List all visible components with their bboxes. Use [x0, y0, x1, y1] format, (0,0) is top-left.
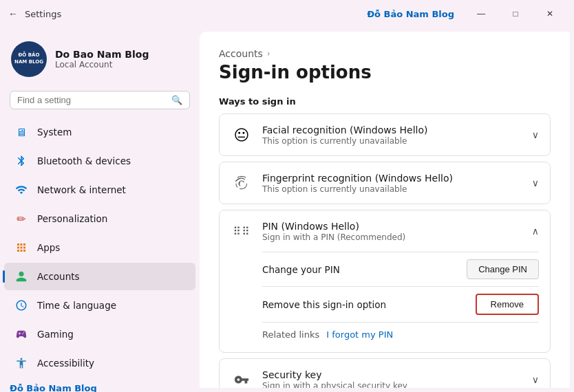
- sidebar-item-accounts[interactable]: Accounts: [4, 263, 195, 290]
- security-key-icon: [231, 369, 253, 388]
- remove-button[interactable]: Remove: [476, 294, 539, 315]
- change-pin-row: Change your PIN Change PIN: [262, 252, 539, 286]
- sidebar-item-label: Time & language: [37, 300, 116, 311]
- remove-option-label: Remove this sign-in option: [262, 299, 386, 310]
- close-button[interactable]: ✕: [534, 3, 566, 25]
- pin-header[interactable]: ⠿⠿ PIN (Windows Hello) Sign in with a PI…: [220, 210, 550, 252]
- search-box[interactable]: 🔍: [10, 91, 190, 109]
- apps-icon: [14, 240, 29, 255]
- security-key-header[interactable]: Security key Sign in with a physical sec…: [220, 359, 550, 388]
- system-icon: 🖥: [14, 124, 29, 140]
- sidebar-item-label: Accounts: [37, 271, 80, 282]
- sidebar-item-accessibility[interactable]: Accessibility: [4, 349, 195, 377]
- change-pin-label: Change your PIN: [262, 264, 340, 275]
- security-key-desc: Sign in with a physical security key: [262, 381, 532, 389]
- accounts-icon: [14, 269, 29, 284]
- fingerprint-desc: This option is currently unavailable: [262, 184, 532, 194]
- sidebar-item-bluetooth[interactable]: Bluetooth & devices: [4, 147, 195, 175]
- search-input[interactable]: [17, 95, 171, 105]
- sidebar-item-label: Apps: [37, 242, 60, 253]
- sidebar-item-label: System: [37, 127, 72, 138]
- page-title: Sign-in options: [219, 62, 551, 83]
- minimize-button[interactable]: —: [465, 3, 497, 25]
- user-name: Do Bao Nam Blog: [55, 49, 149, 60]
- sidebar-footer-brand: Đỗ Bảo Nam Blog: [0, 378, 200, 392]
- sidebar-item-label: Network & internet: [37, 184, 126, 195]
- user-type: Local Account: [55, 60, 149, 69]
- pin-desc: Sign in with a PIN (Recommended): [262, 232, 532, 242]
- gaming-icon: [14, 327, 29, 342]
- pin-title: PIN (Windows Hello): [262, 221, 532, 232]
- pin-option: ⠿⠿ PIN (Windows Hello) Sign in with a PI…: [219, 210, 551, 353]
- section-label: Ways to sign in: [219, 96, 551, 107]
- fingerprint-header[interactable]: Fingerprint recognition (Windows Hello) …: [220, 162, 550, 204]
- facial-icon: 😐: [231, 124, 253, 146]
- time-icon: [14, 298, 29, 313]
- facial-desc: This option is currently unavailable: [262, 136, 532, 146]
- related-links: Related links I forgot my PIN: [262, 323, 539, 342]
- pin-icon: ⠿⠿: [231, 220, 253, 242]
- breadcrumb: Accounts ›: [219, 48, 551, 59]
- change-pin-button[interactable]: Change PIN: [467, 259, 539, 279]
- maximize-button[interactable]: □: [500, 3, 531, 25]
- app-title: Settings: [25, 9, 61, 19]
- sidebar-item-label: Accessibility: [37, 358, 94, 369]
- avatar: ĐỖ BẢONAM BLOG: [11, 41, 47, 77]
- sidebar: ĐỖ BẢONAM BLOG Do Bao Nam Blog Local Acc…: [0, 28, 200, 392]
- sidebar-item-apps[interactable]: Apps: [4, 234, 195, 261]
- security-key-option: Security key Sign in with a physical sec…: [219, 358, 551, 388]
- back-button[interactable]: ←: [8, 8, 18, 19]
- breadcrumb-chevron: ›: [267, 49, 270, 58]
- breadcrumb-accounts: Accounts: [219, 48, 263, 59]
- sidebar-item-label: Bluetooth & devices: [37, 155, 131, 166]
- app-body: ĐỖ BẢONAM BLOG Do Bao Nam Blog Local Acc…: [0, 28, 574, 392]
- accessibility-icon: [14, 356, 29, 371]
- facial-chevron-icon: ∨: [532, 129, 539, 140]
- facial-recognition-option: 😐 Facial recognition (Windows Hello) Thi…: [219, 113, 551, 156]
- facial-recognition-header[interactable]: 😐 Facial recognition (Windows Hello) Thi…: [220, 114, 550, 155]
- sidebar-item-personalization[interactable]: ✏️ Personalization: [4, 205, 195, 232]
- sidebar-item-label: Personalization: [37, 213, 107, 224]
- fingerprint-chevron-icon: ∨: [532, 177, 539, 188]
- fingerprint-icon: [231, 172, 253, 194]
- sidebar-item-label: Gaming: [37, 329, 74, 340]
- security-key-title: Security key: [262, 369, 532, 380]
- sidebar-item-gaming[interactable]: Gaming: [4, 320, 195, 348]
- search-icon: 🔍: [171, 95, 182, 105]
- sidebar-item-time[interactable]: Time & language: [4, 292, 195, 319]
- brand-name: Đỗ Bảo Nam Blog: [367, 9, 454, 19]
- fingerprint-option: Fingerprint recognition (Windows Hello) …: [219, 162, 551, 204]
- related-links-label: Related links: [262, 329, 319, 340]
- sidebar-item-network[interactable]: Network & internet: [4, 176, 195, 204]
- bluetooth-icon: [14, 153, 29, 168]
- security-key-chevron-icon: ∨: [532, 374, 539, 385]
- facial-title: Facial recognition (Windows Hello): [262, 124, 532, 135]
- user-card: ĐỖ BẢONAM BLOG Do Bao Nam Blog Local Acc…: [0, 34, 200, 88]
- network-icon: [14, 182, 29, 197]
- pin-body: Change your PIN Change PIN Remove this s…: [220, 252, 550, 352]
- personalization-icon: ✏️: [14, 211, 29, 226]
- remove-option-row: Remove this sign-in option Remove: [262, 287, 539, 322]
- main-content: Accounts › Sign-in options Ways to sign …: [200, 32, 570, 388]
- fingerprint-title: Fingerprint recognition (Windows Hello): [262, 173, 532, 184]
- forgot-pin-link[interactable]: I forgot my PIN: [326, 329, 393, 340]
- sidebar-item-system[interactable]: 🖥 System: [4, 118, 195, 146]
- title-bar: ← Settings Đỗ Bảo Nam Blog — □ ✕: [0, 0, 574, 28]
- pin-chevron-icon: ∧: [532, 226, 539, 237]
